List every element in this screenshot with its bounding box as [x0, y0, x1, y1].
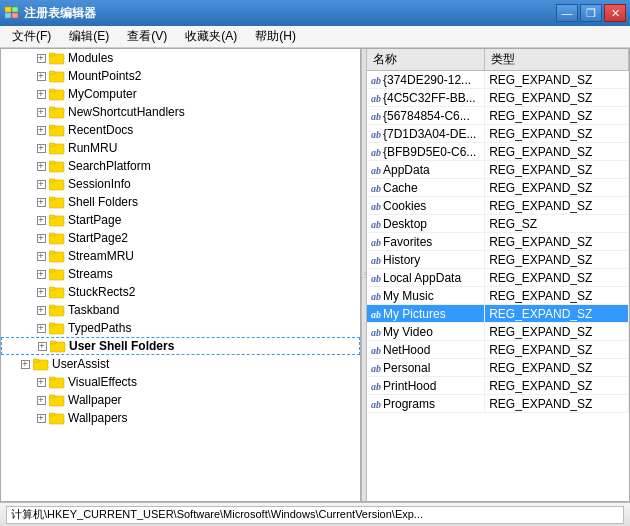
table-row[interactable]: abProgramsREG_EXPAND_SZ: [367, 395, 629, 413]
tree-item[interactable]: + RunMRU: [1, 139, 360, 157]
table-row[interactable]: abMy VideoREG_EXPAND_SZ: [367, 323, 629, 341]
tree-item[interactable]: + Wallpapers: [1, 409, 360, 427]
tree-expand-icon[interactable]: +: [33, 86, 49, 102]
window-title: 注册表编辑器: [24, 5, 96, 22]
ab-icon: ab: [371, 309, 381, 320]
table-row[interactable]: ab{4C5C32FF-BB...REG_EXPAND_SZ: [367, 89, 629, 107]
tree-expand-icon[interactable]: +: [33, 212, 49, 228]
expand-collapse-icon[interactable]: +: [37, 108, 46, 117]
table-row[interactable]: abNetHoodREG_EXPAND_SZ: [367, 341, 629, 359]
restore-button[interactable]: ❒: [580, 4, 602, 22]
table-row[interactable]: ab{BFB9D5E0-C6...REG_EXPAND_SZ: [367, 143, 629, 161]
expand-collapse-icon[interactable]: +: [37, 198, 46, 207]
table-row[interactable]: abDesktopREG_SZ: [367, 215, 629, 233]
tree-expand-icon[interactable]: +: [34, 338, 50, 354]
registry-name-cell: ab{4C5C32FF-BB...: [367, 89, 485, 107]
tree-item[interactable]: + StreamMRU: [1, 247, 360, 265]
tree-item[interactable]: + StartPage2: [1, 229, 360, 247]
expand-collapse-icon[interactable]: +: [38, 342, 47, 351]
expand-collapse-icon[interactable]: +: [37, 72, 46, 81]
tree-expand-icon[interactable]: +: [33, 68, 49, 84]
tree-item[interactable]: + Taskband: [1, 301, 360, 319]
menu-item[interactable]: 帮助(H): [247, 26, 304, 47]
expand-collapse-icon[interactable]: +: [37, 252, 46, 261]
close-button[interactable]: ✕: [604, 4, 626, 22]
tree-item[interactable]: + Wallpaper: [1, 391, 360, 409]
expand-collapse-icon[interactable]: +: [37, 90, 46, 99]
tree-expand-icon[interactable]: +: [33, 50, 49, 66]
expand-collapse-icon[interactable]: +: [37, 306, 46, 315]
table-row[interactable]: abLocal AppDataREG_EXPAND_SZ: [367, 269, 629, 287]
tree-item[interactable]: + Shell Folders: [1, 193, 360, 211]
expand-collapse-icon[interactable]: +: [37, 234, 46, 243]
tree-expand-icon[interactable]: +: [33, 284, 49, 300]
tree-expand-icon[interactable]: +: [33, 176, 49, 192]
table-row[interactable]: ab{374DE290-12...REG_EXPAND_SZ: [367, 71, 629, 89]
minimize-button[interactable]: —: [556, 4, 578, 22]
tree-expand-icon[interactable]: +: [33, 104, 49, 120]
expand-collapse-icon[interactable]: +: [37, 216, 46, 225]
expand-collapse-icon[interactable]: +: [37, 288, 46, 297]
expand-collapse-icon[interactable]: +: [37, 396, 46, 405]
registry-name: Desktop: [383, 217, 427, 231]
tree-item[interactable]: + SearchPlatform: [1, 157, 360, 175]
tree-item[interactable]: + MountPoints2: [1, 67, 360, 85]
expand-collapse-icon[interactable]: +: [37, 324, 46, 333]
tree-expand-icon[interactable]: +: [33, 392, 49, 408]
table-row[interactable]: ab{7D1D3A04-DE...REG_EXPAND_SZ: [367, 125, 629, 143]
tree-expand-icon[interactable]: +: [33, 320, 49, 336]
expand-collapse-icon[interactable]: +: [37, 144, 46, 153]
tree-expand-icon[interactable]: +: [33, 374, 49, 390]
table-header[interactable]: 名称: [367, 49, 485, 71]
tree-item[interactable]: + Modules: [1, 49, 360, 67]
expand-collapse-icon[interactable]: +: [37, 180, 46, 189]
menu-item[interactable]: 收藏夹(A): [177, 26, 245, 47]
tree-expand-icon[interactable]: +: [33, 410, 49, 426]
table-row[interactable]: abPersonalREG_EXPAND_SZ: [367, 359, 629, 377]
expand-collapse-icon[interactable]: +: [37, 126, 46, 135]
tree-item[interactable]: + VisualEffects: [1, 373, 360, 391]
table-row[interactable]: abHistoryREG_EXPAND_SZ: [367, 251, 629, 269]
tree-item[interactable]: + RecentDocs: [1, 121, 360, 139]
tree-item-label: User Shell Folders: [69, 339, 174, 353]
tree-item[interactable]: + StuckRects2: [1, 283, 360, 301]
table-header[interactable]: 类型: [485, 49, 629, 71]
tree-item[interactable]: + Streams: [1, 265, 360, 283]
tree-expand-icon[interactable]: +: [33, 194, 49, 210]
tree-expand-icon[interactable]: +: [33, 230, 49, 246]
tree-expand-icon[interactable]: +: [33, 122, 49, 138]
menu-item[interactable]: 编辑(E): [61, 26, 117, 47]
table-row[interactable]: abMy MusicREG_EXPAND_SZ: [367, 287, 629, 305]
tree-expand-icon[interactable]: +: [33, 158, 49, 174]
tree-item[interactable]: + SessionInfo: [1, 175, 360, 193]
tree-item[interactable]: + TypedPaths: [1, 319, 360, 337]
tree-item[interactable]: + MyComputer: [1, 85, 360, 103]
tree-expand-icon[interactable]: +: [33, 140, 49, 156]
table-row[interactable]: abFavoritesREG_EXPAND_SZ: [367, 233, 629, 251]
expand-collapse-icon[interactable]: +: [37, 378, 46, 387]
expand-collapse-icon[interactable]: +: [21, 360, 30, 369]
table-row[interactable]: abCookiesREG_EXPAND_SZ: [367, 197, 629, 215]
tree-item[interactable]: + User Shell Folders: [1, 337, 360, 355]
expand-collapse-icon[interactable]: +: [37, 270, 46, 279]
menu-item[interactable]: 查看(V): [119, 26, 175, 47]
tree-expand-icon[interactable]: +: [33, 266, 49, 282]
table-row[interactable]: abPrintHoodREG_EXPAND_SZ: [367, 377, 629, 395]
expand-collapse-icon[interactable]: +: [37, 162, 46, 171]
tree-expand-icon[interactable]: +: [17, 356, 33, 372]
expand-collapse-icon[interactable]: +: [37, 54, 46, 63]
table-row[interactable]: abCacheREG_EXPAND_SZ: [367, 179, 629, 197]
right-pane[interactable]: 名称类型 ab{374DE290-12...REG_EXPAND_SZab{4C…: [367, 49, 629, 501]
tree-item[interactable]: + StartPage: [1, 211, 360, 229]
tree-expand-icon[interactable]: +: [33, 248, 49, 264]
registry-type-cell: REG_EXPAND_SZ: [485, 287, 629, 305]
tree-expand-icon[interactable]: +: [33, 302, 49, 318]
tree-item[interactable]: + NewShortcutHandlers: [1, 103, 360, 121]
table-row[interactable]: abMy PicturesREG_EXPAND_SZ: [367, 305, 629, 323]
menu-item[interactable]: 文件(F): [4, 26, 59, 47]
table-row[interactable]: ab{56784854-C6...REG_EXPAND_SZ: [367, 107, 629, 125]
table-row[interactable]: abAppDataREG_EXPAND_SZ: [367, 161, 629, 179]
expand-collapse-icon[interactable]: +: [37, 414, 46, 423]
left-pane[interactable]: + Modules+ MountPoints2+ MyComputer+ New…: [1, 49, 361, 501]
tree-item[interactable]: + UserAssist: [1, 355, 360, 373]
